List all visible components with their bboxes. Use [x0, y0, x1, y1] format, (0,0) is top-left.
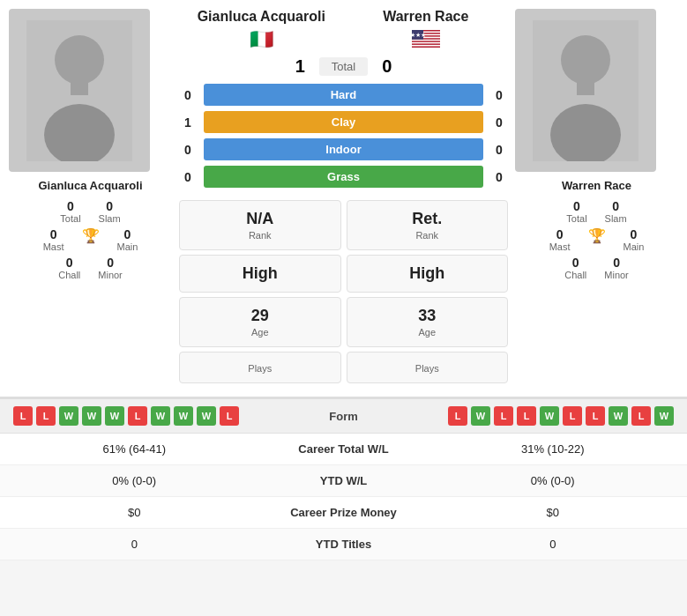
indoor-badge: Indoor: [204, 138, 483, 160]
stats-right-1: 0% (0-0): [432, 474, 675, 487]
svg-rect-15: [577, 82, 594, 95]
stats-right-3: 0: [432, 538, 675, 551]
left-player-avatar: [9, 9, 150, 172]
left-age-label: Age: [187, 327, 333, 338]
stats-right-2: $0: [432, 506, 675, 519]
right-total-stat: 0 Total: [566, 199, 586, 224]
right-minor-label: Minor: [604, 270, 629, 280]
left-rank-box: N/A Rank: [179, 200, 341, 250]
left-form-badge-l: L: [220, 406, 239, 426]
left-name-block: Gianluca Acquaroli 🇮🇹: [179, 9, 344, 51]
right-mast-label: Mast: [549, 241, 571, 252]
right-plays-label: Plays: [355, 363, 501, 374]
left-center-name: Gianluca Acquaroli: [179, 9, 344, 25]
right-total-score: 0: [382, 56, 392, 77]
total-score-label: Total: [319, 57, 368, 76]
stats-left-2: $0: [13, 506, 256, 519]
right-flag-container: ★★★: [344, 30, 509, 48]
left-form-badge-w: W: [151, 406, 170, 426]
stats-table: 61% (64-41)Career Total W/L31% (10-22)0%…: [0, 434, 687, 560]
right-main-value: 0: [631, 227, 638, 241]
surface-rows: 0 Hard 0 1 Clay 0 0 Indoor 0: [179, 84, 508, 193]
right-name-block: Warren Race ★★★: [344, 9, 509, 48]
right-form-badge-w: W: [540, 406, 559, 426]
left-player-section: Gianluca Acquaroli 0 Total 0 Slam 0 Mast: [9, 9, 172, 383]
left-rank-label: Rank: [187, 230, 333, 241]
left-mast-stat: 0 Mast: [43, 227, 64, 252]
right-form-badge-l: L: [563, 406, 582, 426]
right-form-badge-l: L: [631, 406, 651, 426]
left-minor-stat: 0 Minor: [98, 256, 123, 280]
right-form-badge-l: L: [494, 406, 513, 426]
stats-row-0: 61% (64-41)Career Total W/L31% (10-22): [0, 434, 687, 465]
left-form-badge-w: W: [174, 406, 193, 426]
right-main-label: Main: [624, 241, 645, 252]
right-player-name: Warren Race: [515, 179, 678, 192]
surface-row-grass: 0 Grass 0: [179, 166, 508, 188]
svg-rect-8: [412, 40, 440, 41]
right-chall-label: Chall: [564, 270, 586, 280]
stats-left-0: 61% (64-41): [13, 442, 256, 456]
left-chall-value: 0: [66, 256, 73, 270]
right-chall-stat: 0 Chall: [564, 256, 586, 280]
right-chall-value: 0: [572, 256, 579, 270]
right-player-avatar: [515, 9, 656, 172]
hard-score-right: 0: [490, 88, 508, 102]
left-form-badge-l: L: [128, 406, 147, 426]
grass-score-right: 0: [490, 170, 508, 184]
us-flag-icon: ★★★: [412, 30, 440, 48]
grass-score-left: 0: [179, 170, 197, 184]
left-age-value: 29: [187, 307, 333, 325]
right-form-badge-w: W: [654, 406, 674, 426]
stats-row-2: $0Career Prize Money$0: [0, 497, 687, 529]
stats-center-label-3: YTD Titles: [256, 538, 432, 551]
left-form-badges: LLWWWLWWWL: [13, 406, 273, 426]
left-stats-row-1: 0 Total 0 Slam: [9, 199, 172, 224]
stats-center-label-0: Career Total W/L: [256, 442, 432, 456]
left-rank-value: N/A: [187, 210, 333, 228]
svg-rect-10: [412, 45, 440, 47]
right-age-value: 33: [355, 307, 501, 325]
left-total-label: Total: [60, 213, 80, 224]
left-minor-label: Minor: [98, 270, 123, 280]
left-form-badge-l: L: [36, 406, 56, 426]
right-age-box: 33 Age: [347, 297, 509, 347]
left-total-value: 0: [67, 199, 74, 213]
stats-center-label-2: Career Prize Money: [256, 506, 432, 519]
left-player-name: Gianluca Acquaroli: [9, 179, 172, 192]
clay-score-right: 0: [490, 115, 508, 130]
stats-center-label-1: YTD W/L: [256, 474, 432, 487]
right-form-badges: LWLLWLLWLW: [414, 406, 675, 426]
right-mast-stat: 0 Mast: [549, 227, 571, 252]
left-form-badge-w: W: [82, 406, 101, 426]
left-main-stat: 0 Main: [117, 227, 138, 252]
left-form-badge-w: W: [197, 406, 216, 426]
right-minor-stat: 0 Minor: [604, 256, 629, 280]
right-center-name: Warren Race: [344, 9, 509, 25]
right-stats-row-2: 0 Mast 🏆 0 Main: [515, 227, 678, 252]
indoor-score-left: 0: [179, 143, 197, 157]
center-info-boxes: N/A Rank High 29 Age Plays: [179, 200, 508, 383]
left-center-boxes: N/A Rank High 29 Age Plays: [179, 200, 341, 383]
stats-row-3: 0YTD Titles0: [0, 529, 687, 560]
right-total-value: 0: [573, 199, 580, 213]
stats-left-1: 0% (0-0): [13, 474, 256, 487]
left-age-box: 29 Age: [179, 297, 341, 347]
stats-row-1: 0% (0-0)YTD W/L0% (0-0): [0, 465, 687, 497]
right-form-badge-w: W: [609, 406, 628, 426]
left-slam-label: Slam: [99, 213, 121, 224]
right-stats-row-3: 0 Chall 0 Minor: [515, 256, 678, 280]
content-layout: Gianluca Acquaroli 0 Total 0 Slam 0 Mast: [0, 0, 687, 392]
total-score-row: 1 Total 0: [295, 56, 392, 77]
right-slam-label: Slam: [605, 213, 627, 224]
left-slam-stat: 0 Slam: [99, 199, 121, 224]
svg-text:★★★: ★★★: [412, 32, 426, 38]
right-stats-row-1: 0 Total 0 Slam: [515, 199, 678, 224]
right-total-label: Total: [566, 213, 586, 224]
surface-row-clay: 1 Clay 0: [179, 111, 508, 133]
left-total-stat: 0 Total: [60, 199, 80, 224]
left-slam-value: 0: [106, 199, 113, 213]
left-minor-value: 0: [107, 256, 114, 270]
left-high-box: High: [179, 255, 341, 293]
right-rank-box: Ret. Rank: [347, 200, 509, 250]
